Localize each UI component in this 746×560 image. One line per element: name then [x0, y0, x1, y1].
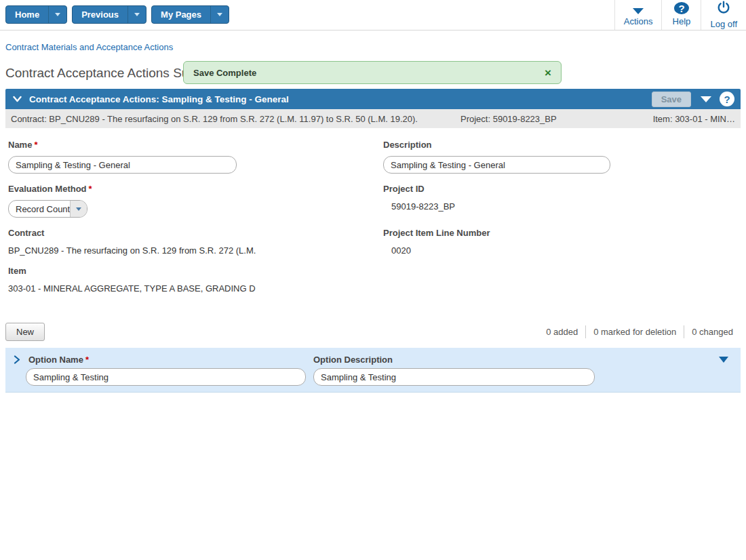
detail-form: Name* Description Evaluation Method* Rec… [5, 128, 741, 304]
my-pages-dropdown-button[interactable] [210, 6, 229, 23]
collapse-chevron-icon[interactable] [12, 94, 23, 104]
option-description-label: Option Description [313, 355, 713, 365]
my-pages-button-label[interactable]: My Pages [152, 6, 210, 23]
chevron-down-icon [217, 13, 222, 16]
description-label: Description [383, 140, 732, 150]
context-bar: Contract: BP_CNU289 - The resurfacing on… [5, 109, 741, 128]
close-icon[interactable]: × [545, 67, 551, 79]
options-toolbar: New 0 added 0 marked for deletion 0 chan… [5, 323, 741, 341]
option-name-input[interactable] [26, 368, 306, 386]
required-marker: * [85, 355, 89, 365]
top-toolbar: Home Previous My Pages Actions ? Help [0, 0, 746, 31]
chevron-down-icon [134, 13, 140, 16]
marked-for-deletion-counter: 0 marked for deletion [585, 325, 684, 338]
project-item-line-number-label: Project Item Line Number [383, 228, 732, 238]
field-name: Name* [8, 140, 383, 174]
context-item: Item: 303-01 - MIN… [627, 114, 735, 124]
acceptance-action-panel: Contract Acceptance Actions: Sampling & … [5, 89, 741, 304]
save-complete-toast: Save Complete × [183, 61, 562, 84]
panel-header[interactable]: Contract Acceptance Actions: Sampling & … [5, 89, 741, 109]
evaluation-method-select[interactable]: Record Count [8, 200, 87, 218]
save-button[interactable]: Save [652, 92, 691, 107]
project-id-value: 59019-8223_BP [383, 201, 732, 212]
panel-title: Contract Acceptance Actions: Sampling & … [29, 94, 652, 104]
required-marker: * [34, 140, 37, 150]
item-value: 303-01 - MINERAL AGGREGATE, TYPE A BASE,… [8, 283, 383, 294]
my-pages-button[interactable]: My Pages [151, 5, 229, 24]
logoff-button[interactable]: Log off [701, 0, 746, 30]
previous-button[interactable]: Previous [72, 5, 146, 24]
field-contract: Contract BP_CNU289 - The resurfacing on … [8, 228, 383, 256]
actions-dropdown-icon [633, 8, 644, 14]
selected-option: Record Count [9, 204, 70, 214]
option-description-input[interactable] [313, 368, 595, 386]
toast-message: Save Complete [193, 68, 256, 78]
required-marker: * [89, 184, 92, 194]
panel-help-icon[interactable]: ? [720, 92, 734, 106]
new-button[interactable]: New [5, 323, 45, 341]
field-project-id: Project ID 59019-8223_BP [383, 184, 732, 218]
row-expander-chevron-icon[interactable] [12, 354, 22, 365]
name-input[interactable] [8, 156, 237, 174]
help-label: Help [673, 16, 691, 26]
previous-button-label[interactable]: Previous [73, 6, 127, 23]
field-item: Item 303-01 - MINERAL AGGREGATE, TYPE A … [8, 266, 383, 294]
contract-label: Contract [8, 228, 383, 238]
field-evaluation-method: Evaluation Method* Record Count [8, 184, 383, 218]
project-item-line-number-value: 0020 [383, 245, 732, 256]
help-icon: ? [674, 2, 689, 14]
breadcrumb[interactable]: Contract Materials and Acceptance Action… [5, 42, 173, 52]
toolbar-utility: Actions ? Help Log off [614, 0, 746, 30]
select-chevron-icon[interactable] [70, 201, 87, 217]
item-label: Item [8, 266, 383, 276]
option-row: Option Name* Option Description [5, 348, 741, 393]
logoff-label: Log off [710, 19, 737, 29]
actions-label: Actions [624, 16, 653, 26]
previous-dropdown-button[interactable] [127, 6, 146, 23]
help-button[interactable]: ? Help [661, 0, 701, 30]
field-description: Description [383, 140, 732, 174]
context-contract: Contract: BP_CNU289 - The resurfacing on… [11, 114, 460, 124]
project-id-label: Project ID [383, 184, 732, 194]
save-dropdown-icon[interactable] [701, 96, 711, 102]
home-button[interactable]: Home [5, 5, 67, 24]
home-dropdown-button[interactable] [48, 6, 66, 23]
actions-menu-button[interactable]: Actions [614, 0, 662, 30]
evaluation-method-label: Evaluation Method* [8, 184, 383, 194]
added-counter: 0 added [538, 325, 585, 338]
context-project: Project: 59019-8223_BP [460, 114, 627, 124]
option-name-label: Option Name* [28, 355, 89, 365]
chevron-down-icon [55, 13, 60, 16]
changed-counter: 0 changed [684, 325, 741, 338]
description-input[interactable] [383, 156, 610, 174]
power-icon [716, 0, 731, 17]
contract-value: BP_CNU289 - The resurfacing on S.R. 129 … [8, 245, 383, 256]
toolbar-nav-buttons: Home Previous My Pages [0, 0, 229, 30]
name-label: Name* [8, 140, 383, 150]
field-project-item-line-number: Project Item Line Number 0020 [383, 228, 732, 256]
row-actions-menu-icon[interactable] [719, 357, 728, 363]
home-button-label[interactable]: Home [6, 6, 48, 23]
change-counters: 0 added 0 marked for deletion 0 changed [538, 325, 741, 338]
